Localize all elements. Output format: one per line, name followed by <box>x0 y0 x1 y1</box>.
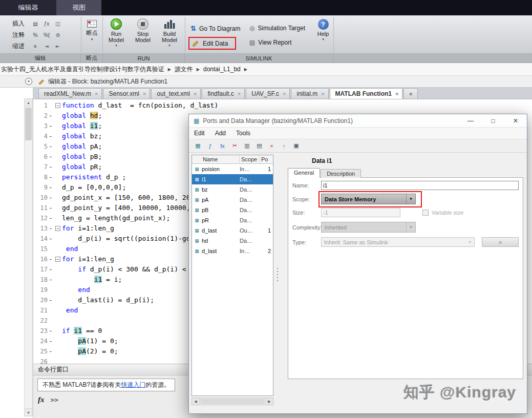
name-field[interactable] <box>321 181 519 190</box>
line-number[interactable]: 11 <box>33 203 48 213</box>
minimize-icon[interactable]: — <box>459 114 482 128</box>
section-break-icon[interactable]: ▤ <box>31 19 40 28</box>
line-number[interactable]: 4 <box>33 131 48 141</box>
edit-data-button[interactable]: Edit Data <box>188 37 236 50</box>
breakpoint-gutter[interactable]: - <box>48 141 54 152</box>
breakpoint-gutter[interactable]: - <box>48 121 54 131</box>
add-function-icon[interactable]: ƒ <box>205 140 216 151</box>
breakpoint-gutter[interactable] <box>48 316 54 326</box>
file-tab[interactable]: readXML_New.m× <box>38 88 102 99</box>
breakpoint-gutter[interactable]: - <box>48 162 54 172</box>
fx-icon[interactable]: ƒx <box>42 19 51 28</box>
breakpoint-gutter[interactable]: - <box>48 213 54 223</box>
line-number[interactable]: 23 <box>33 326 48 336</box>
maximize-icon[interactable]: □ <box>482 114 504 128</box>
breakpoint-gutter[interactable]: - <box>48 264 54 275</box>
new-tab-button[interactable]: + <box>403 88 418 99</box>
line-number[interactable]: 9 <box>33 182 48 193</box>
paste-icon[interactable]: ▤ <box>254 140 265 151</box>
line-number[interactable]: 7 <box>33 162 48 172</box>
file-tab[interactable]: initial.m× <box>291 88 328 99</box>
view-report-button[interactable]: ▤ View Report <box>249 39 292 46</box>
table-row[interactable]: ▦pADa… <box>192 195 273 205</box>
stop-model-button[interactable]: Stop Model <box>130 15 156 53</box>
scroll-up-icon[interactable]: ▲ <box>25 99 32 107</box>
line-number[interactable]: 1 <box>33 100 48 111</box>
line-number[interactable]: 15 <box>33 244 48 254</box>
line-number[interactable]: 14 <box>33 234 48 244</box>
table-header[interactable]: Name <box>192 155 240 163</box>
table-row[interactable]: ▦bzDa… <box>192 184 273 195</box>
file-tab[interactable]: UAV_SF.c× <box>246 88 290 99</box>
collapse-panel-icon[interactable]: ▾ <box>25 78 32 85</box>
file-tab[interactable]: findfault.c× <box>202 88 245 99</box>
close-tab-icon[interactable]: × <box>95 91 98 97</box>
file-tab[interactable]: Sensor.xml× <box>103 88 150 99</box>
close-tab-icon[interactable]: × <box>238 91 241 97</box>
breakpoint-gutter[interactable] <box>48 357 54 364</box>
line-number[interactable]: 17 <box>33 264 48 275</box>
line-number[interactable]: 13 <box>33 223 48 234</box>
left-scrollbar[interactable]: ▲ ▼ <box>24 98 33 416</box>
simulation-target-button[interactable]: ◎ Simulation Target <box>249 25 305 32</box>
breakpoint-gutter[interactable] <box>48 244 54 254</box>
breakpoint-gutter[interactable]: - <box>48 182 54 193</box>
table-horizontal-scrollbar[interactable]: ◀ ▶ <box>191 398 273 405</box>
breakpoint-gutter[interactable]: - <box>48 326 54 336</box>
ribbon-edit-row-label[interactable]: 注释 <box>12 31 29 39</box>
cut-icon[interactable]: ✂ <box>229 140 240 151</box>
menu-add[interactable]: Add <box>210 130 231 137</box>
ports-grid-icon[interactable]: ▦ <box>193 140 203 151</box>
comment-block-icon[interactable]: %{ <box>42 31 51 39</box>
variable-size-checkbox[interactable] <box>422 210 429 216</box>
help-button[interactable]: ? Help ▾ <box>311 15 335 53</box>
scrollbar-thumb[interactable] <box>25 108 32 140</box>
scrollbar-thumb[interactable] <box>200 399 265 404</box>
scroll-down-icon[interactable]: ▼ <box>25 408 32 416</box>
table-row[interactable]: ▦poisionIn…1 <box>192 164 273 174</box>
indent-right-icon[interactable]: ⇥ <box>42 42 51 51</box>
breakpoint-gutter[interactable] <box>48 305 54 316</box>
table-row[interactable]: ▦d_lastIn…2 <box>192 246 273 256</box>
line-number[interactable]: 10 <box>33 193 48 203</box>
table-header[interactable]: Po <box>260 155 273 163</box>
ribbon-edit-row-label[interactable]: 缩进 <box>12 42 29 51</box>
line-number[interactable]: 5 <box>33 141 48 152</box>
line-number[interactable]: 21 <box>33 305 48 316</box>
menu-tools[interactable]: Tools <box>231 130 256 137</box>
close-tab-icon[interactable]: × <box>395 91 398 97</box>
file-tab[interactable]: out_text.xml× <box>151 88 201 99</box>
file-tab[interactable]: MATLAB Function1× <box>330 88 403 99</box>
close-tab-icon[interactable]: × <box>321 91 324 97</box>
breakpoint-gutter[interactable]: - <box>48 223 54 234</box>
close-tab-icon[interactable]: × <box>283 91 286 97</box>
tab-view[interactable]: 视图 <box>56 0 101 15</box>
function-block-icon[interactable]: ◫ <box>53 19 62 28</box>
go-to-diagram-button[interactable]: ⇅ Go To Diagram <box>190 25 240 32</box>
table-header[interactable]: Scope <box>240 155 260 163</box>
build-model-button[interactable]: Build Model ▾ <box>156 15 183 53</box>
table-row[interactable]: ▦i1Da… <box>192 174 273 184</box>
move-up-icon[interactable]: ↑ <box>279 140 289 151</box>
table-row[interactable]: ▦d_lastOu…1 <box>192 225 273 236</box>
line-number[interactable]: 18 <box>33 275 48 285</box>
copy-icon[interactable]: ▥ <box>242 140 252 151</box>
breakpoint-gutter[interactable]: - <box>48 295 54 305</box>
breakpoint-gutter[interactable]: - <box>48 172 54 182</box>
line-number[interactable]: 8 <box>33 172 48 182</box>
tab-description[interactable]: Description <box>321 169 361 178</box>
line-number[interactable]: 26 <box>33 357 48 364</box>
table-row[interactable]: ▦hdDa… <box>192 236 273 246</box>
tab-editor[interactable]: 编辑器 <box>0 0 56 15</box>
breakpoint-gutter[interactable]: - <box>48 254 54 264</box>
table-row[interactable]: ▦pRDa… <box>192 215 273 225</box>
run-model-button[interactable]: Run Model ▾ <box>103 15 130 53</box>
uncomment-icon[interactable]: ⊘ <box>53 31 62 39</box>
breakpoint-gutter[interactable]: - <box>48 234 54 244</box>
dialog-titlebar[interactable]: ▦ Ports and Data Manager (bazixing/MATLA… <box>189 114 527 128</box>
fold-collapse-icon[interactable]: − <box>55 257 60 262</box>
breakpoint-gutter[interactable]: - <box>48 336 54 346</box>
breadcrumb-item[interactable]: dontai_L1_bd <box>203 66 241 73</box>
line-number[interactable]: 22 <box>33 316 48 326</box>
comment-icon[interactable]: % <box>31 31 40 39</box>
